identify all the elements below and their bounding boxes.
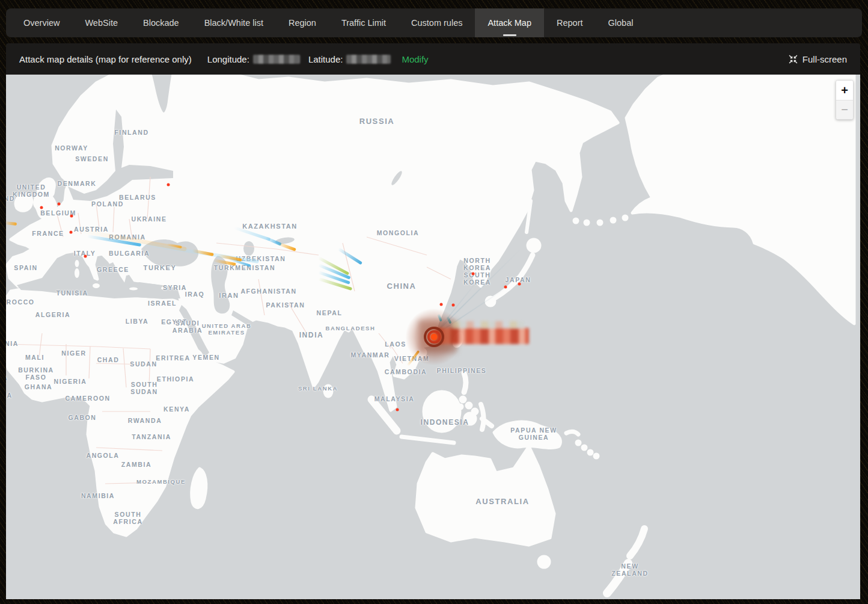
- attack-trace: [6, 221, 17, 226]
- map-label: MONGOLIA: [377, 229, 420, 236]
- map-label: TURKEY: [144, 264, 177, 272]
- map-label: RWANDA: [128, 417, 162, 424]
- map-label: FRANCE: [32, 230, 64, 237]
- tab-global[interactable]: Global: [596, 8, 646, 37]
- tab-blockade[interactable]: Blockade: [130, 8, 192, 37]
- map-label: BELARUS: [119, 194, 156, 201]
- map-label: PAPUA NEW GUINEA: [510, 427, 557, 441]
- map-label: LIBYA: [126, 318, 149, 325]
- attack-trace: [277, 242, 296, 251]
- attack-source-dot: [70, 215, 73, 218]
- map-label: NORWAY: [55, 144, 88, 152]
- map-label: SRI LANKA: [298, 386, 338, 392]
- map-label: MYANMAR: [350, 351, 390, 359]
- latitude-label: Latitude:: [308, 54, 343, 64]
- map-label: KAZAKHSTAN: [242, 223, 298, 230]
- map-label: ETHIOPIA: [157, 375, 194, 383]
- fullscreen-icon: [789, 55, 798, 64]
- attack-source-dot: [504, 286, 507, 289]
- map-label: SOUTH KOREA: [463, 271, 491, 286]
- page-title: Attack map details (map for reference on…: [19, 54, 192, 64]
- map-label: POLAND: [91, 200, 124, 208]
- map-label: BANGLADESH: [325, 325, 375, 332]
- map-overlay: RUSSIAFINLANDNORWAYSWEDENDENMARKUNITED K…: [6, 75, 860, 599]
- map-label: UKRAINE: [131, 215, 167, 223]
- map-label: SOUTH AFRICA: [113, 511, 142, 525]
- map-label: TANZANIA: [132, 433, 171, 440]
- tab-black-white-list[interactable]: Black/White list: [192, 8, 276, 37]
- map-label: LAOS: [385, 341, 406, 348]
- map-label: ERITREA: [156, 354, 190, 362]
- map-label: CAMEROON: [65, 395, 110, 402]
- attack-map[interactable]: RUSSIAFINLANDNORWAYSWEDENDENMARKUNITED K…: [6, 75, 860, 599]
- map-label: MALI: [25, 354, 44, 361]
- map-label: SWEDEN: [75, 155, 109, 162]
- censored-target-text-2: [452, 321, 524, 328]
- map-label: FINLAND: [114, 129, 148, 136]
- map-label: IRAN: [219, 292, 239, 300]
- map-label: DENMARK: [58, 180, 97, 187]
- map-label: RUSSIA: [359, 117, 395, 126]
- map-label: AFGHANISTAN: [240, 288, 296, 295]
- map-label: GHANA: [25, 383, 53, 390]
- map-label: PAKISTAN: [266, 301, 305, 309]
- map-label: SYRIA: [163, 284, 187, 291]
- map-label: IRAQ: [185, 291, 205, 298]
- fullscreen-label: Full-screen: [802, 54, 847, 64]
- tab-overview[interactable]: Overview: [11, 8, 72, 37]
- attack-source-dot: [167, 183, 170, 186]
- fullscreen-button[interactable]: Full-screen: [789, 54, 847, 64]
- attack-source-dot: [396, 408, 399, 411]
- attack-source-dot: [58, 203, 61, 206]
- map-label: NEPAL: [317, 309, 343, 316]
- attack-source-dot: [70, 231, 73, 234]
- map-label: UNITED ARAB EMIRATES: [202, 323, 252, 336]
- map-label: AUSTRALIA: [475, 498, 530, 507]
- map-label: INDIA: [299, 331, 324, 340]
- map-label: BURKINA FASO: [18, 366, 54, 381]
- tab-website[interactable]: WebSite: [72, 8, 130, 37]
- attack-source-dot: [40, 206, 43, 209]
- map-label: CAMBODIA: [385, 368, 427, 375]
- zoom-out-button[interactable]: −: [836, 100, 853, 119]
- tab-attack-map[interactable]: Attack Map: [475, 8, 544, 37]
- attack-source-dot: [472, 273, 475, 276]
- tab-custom-rules[interactable]: Custom rules: [399, 8, 475, 37]
- map-label: CHAD: [97, 356, 120, 363]
- map-zoom-control: + −: [836, 80, 854, 120]
- map-label: CHINA: [387, 282, 416, 291]
- attack-source-dot: [518, 283, 521, 286]
- map-label: NIGER: [61, 350, 86, 357]
- tab-traffic-limit[interactable]: Traffic Limit: [329, 8, 399, 37]
- map-label: IRELAND: [6, 195, 15, 202]
- map-label: SOUTH SUDAN: [130, 381, 157, 395]
- longitude-label: Longitude:: [207, 54, 249, 64]
- map-label: PHILIPPINES: [437, 367, 487, 374]
- map-label: SPAIN: [14, 264, 37, 271]
- map-label: ANGOLA: [86, 452, 119, 459]
- attack-source-dot: [84, 255, 87, 258]
- longitude-value-redacted: [253, 55, 300, 64]
- tab-region[interactable]: Region: [276, 8, 329, 37]
- map-label: INDONESIA: [420, 419, 469, 427]
- map-label: KENYA: [164, 405, 190, 413]
- map-label: TUNISIA: [56, 289, 88, 297]
- map-label: YEMEN: [192, 354, 219, 361]
- map-label: MOZAMBIQUE: [136, 479, 186, 485]
- attack-map-toolbar: Attack map details (map for reference on…: [6, 43, 860, 75]
- map-label: BULGARIA: [109, 250, 150, 257]
- zoom-in-button[interactable]: +: [836, 81, 853, 100]
- tab-report[interactable]: Report: [544, 8, 596, 37]
- map-label: LIBERIA: [6, 392, 13, 399]
- attack-trace: [338, 247, 363, 265]
- target-marker-ring: [431, 334, 438, 341]
- map-label: NORTH KOREA: [463, 257, 491, 271]
- latitude-value-redacted: [346, 55, 391, 64]
- map-label: SUDAN: [130, 360, 157, 368]
- map-label: SAUDI ARABIA: [173, 319, 203, 334]
- top-nav-bar: OverviewWebSiteBlockadeBlack/White listR…: [6, 8, 862, 37]
- map-label: UNITED KINGDOM: [13, 183, 50, 198]
- attack-source-dot: [440, 303, 443, 306]
- map-label: ISRAEL: [148, 300, 177, 307]
- modify-link[interactable]: Modify: [402, 54, 428, 64]
